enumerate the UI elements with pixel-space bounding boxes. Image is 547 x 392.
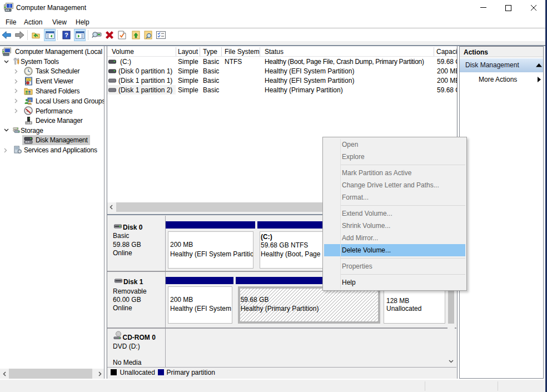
svg-text:?: ?: [64, 32, 68, 38]
